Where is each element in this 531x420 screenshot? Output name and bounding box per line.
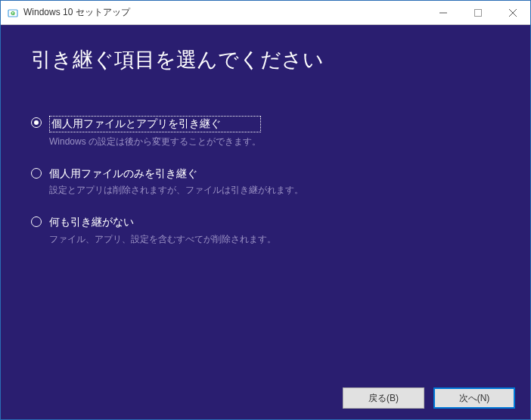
svg-rect-3 bbox=[475, 9, 482, 16]
option-label: 何も引き継がない bbox=[49, 215, 276, 230]
option-text: 何も引き継がない ファイル、アプリ、設定を含むすべてが削除されます。 bbox=[49, 215, 276, 246]
minimize-button[interactable] bbox=[426, 1, 461, 24]
option-label: 個人用ファイルとアプリを引き継ぐ bbox=[49, 116, 261, 132]
setup-window: Windows 10 セットアップ 引き継ぐ項目を選んでください 個人用ファイル… bbox=[0, 0, 531, 420]
option-keep-nothing[interactable]: 何も引き継がない ファイル、アプリ、設定を含むすべてが削除されます。 bbox=[31, 215, 500, 246]
window-title: Windows 10 セットアップ bbox=[23, 6, 426, 19]
window-controls bbox=[426, 1, 530, 24]
content-area: 引き継ぐ項目を選んでください 個人用ファイルとアプリを引き継ぐ Windows … bbox=[1, 25, 530, 377]
option-text: 個人用ファイルのみを引き継ぐ 設定とアプリは削除されますが、ファイルは引き継がれ… bbox=[49, 166, 303, 198]
options-group: 個人用ファイルとアプリを引き継ぐ Windows の設定は後から変更することがで… bbox=[31, 116, 500, 246]
option-keep-files-and-apps[interactable]: 個人用ファイルとアプリを引き継ぐ Windows の設定は後から変更することがで… bbox=[31, 116, 500, 148]
maximize-button[interactable] bbox=[461, 1, 495, 24]
radio-icon bbox=[31, 117, 42, 128]
option-text: 個人用ファイルとアプリを引き継ぐ Windows の設定は後から変更することがで… bbox=[49, 116, 261, 148]
option-desc: 設定とアプリは削除されますが、ファイルは引き継がれます。 bbox=[49, 184, 303, 197]
radio-icon bbox=[31, 168, 42, 179]
titlebar: Windows 10 セットアップ bbox=[1, 1, 530, 25]
back-button[interactable]: 戻る(B) bbox=[343, 387, 424, 409]
option-desc: ファイル、アプリ、設定を含むすべてが削除されます。 bbox=[49, 233, 276, 246]
option-desc: Windows の設定は後から変更することができます。 bbox=[49, 135, 261, 148]
footer: 戻る(B) 次へ(N) bbox=[1, 377, 530, 419]
next-button[interactable]: 次へ(N) bbox=[433, 387, 515, 409]
option-keep-files-only[interactable]: 個人用ファイルのみを引き継ぐ 設定とアプリは削除されますが、ファイルは引き継がれ… bbox=[31, 166, 500, 198]
app-icon bbox=[7, 7, 19, 19]
page-title: 引き継ぐ項目を選んでください bbox=[31, 46, 500, 73]
radio-icon bbox=[31, 216, 42, 227]
option-label: 個人用ファイルのみを引き継ぐ bbox=[49, 166, 303, 182]
close-button[interactable] bbox=[495, 1, 530, 24]
